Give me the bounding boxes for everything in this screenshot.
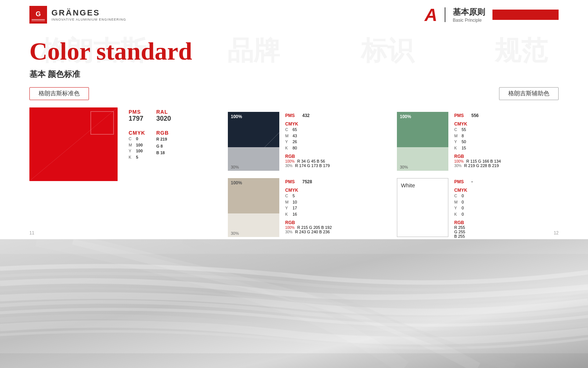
svg-line-5 <box>265 132 279 147</box>
left-column: 格朗吉斯标准色 PMS 1797 <box>29 87 206 238</box>
section-label: 基本 颜色标准 <box>29 69 559 80</box>
ral-block: RAL 3020 <box>156 109 173 123</box>
header-red-bar <box>492 10 559 20</box>
dark-blue-swatch-item: 100% 30% PMS <box>228 112 390 171</box>
green-swatch: 100% 30% <box>397 112 448 171</box>
svg-text:G: G <box>36 10 41 18</box>
svg-rect-7 <box>0 239 588 254</box>
cmyk-label: CMYK <box>129 130 145 136</box>
color-swatches-grid: 100% 30% PMS <box>228 112 559 238</box>
pms-label: PMS <box>129 109 145 115</box>
cmyk-block: CMYK C0 M100 Y100 K5 <box>129 130 145 160</box>
tan-info: PMS 7528 CMYK C5 M10 Y17 K16 <box>285 178 390 234</box>
white-label: White <box>401 182 415 188</box>
standard-color-tag: 格朗吉斯标准色 <box>29 87 89 100</box>
header-title-cn: 基本原则 <box>453 7 485 18</box>
logo-subtitle: INNOVATIVE ALUMINIUM ENGINEERING <box>51 18 126 21</box>
svg-rect-8 <box>0 353 588 368</box>
logo-icon: G <box>29 6 47 24</box>
green-swatch-item: 100% 30% PMS 556 CMY <box>397 112 559 171</box>
cmyk-values: C0 M100 Y100 K5 <box>129 136 145 160</box>
page-title: Color standard <box>29 37 559 66</box>
header-title-block: 基本原则 Basic Principle <box>453 7 485 23</box>
main-content: Color standard 基本 颜色标准 格朗吉斯标准色 <box>0 29 588 239</box>
dark-blue-info: PMS 432 CMYK C65 M43 Y26 K80 <box>285 112 390 168</box>
page-wrapper: G GRÄNGES INNOVATIVE ALUMINIUM ENGINEERI… <box>0 0 588 368</box>
white-info: PMS - CMYK C0 M0 Y0 K0 <box>454 178 559 238</box>
logo-text: GRÄNGES INNOVATIVE ALUMINIUM ENGINEERING <box>51 8 126 21</box>
section-letter: A <box>424 5 437 25</box>
standard-color-info: PMS 1797 RAL 3020 CMYK <box>129 107 173 160</box>
tan-swatch-item: 100% 30% PMS 7528 CM <box>228 178 390 238</box>
white-swatch-item: White PMS - CMYK C0 M0 <box>397 178 559 238</box>
rgb-label: RGB <box>156 130 173 136</box>
main-color-block <box>29 107 118 181</box>
svg-rect-2 <box>32 19 45 20</box>
white-swatch: White <box>397 178 448 237</box>
content-columns: 格朗吉斯标准色 PMS 1797 <box>29 87 559 238</box>
logo-name: GRÄNGES <box>51 8 126 18</box>
pms-value: 1797 <box>129 115 145 123</box>
svg-line-4 <box>29 107 118 181</box>
header: G GRÄNGES INNOVATIVE ALUMINIUM ENGINEERI… <box>0 0 588 29</box>
pms-block: PMS 1797 <box>129 109 145 123</box>
header-right: A 基本原则 Basic Principle <box>424 5 559 25</box>
right-column: 格朗吉斯辅助色 100% <box>228 87 559 238</box>
photo-strip <box>0 239 588 368</box>
svg-rect-3 <box>32 21 45 21</box>
rgb-values: R 219 G 8 B 18 <box>156 136 173 156</box>
tan-swatch: 100% 30% <box>228 178 279 237</box>
header-title-en: Basic Principle <box>453 18 485 23</box>
rgb-block: RGB R 219 G 8 B 18 <box>156 130 173 160</box>
dark-blue-swatch: 100% 30% <box>228 112 279 171</box>
header-divider <box>445 7 445 22</box>
auxiliary-color-tag: 格朗吉斯辅助色 <box>499 87 559 100</box>
ral-label: RAL <box>156 109 173 115</box>
ral-value: 3020 <box>156 115 173 123</box>
green-info: PMS 556 CMYK C55 M8 Y50 K15 <box>454 112 559 168</box>
logo-area: G GRÄNGES INNOVATIVE ALUMINIUM ENGINEERI… <box>29 6 126 24</box>
